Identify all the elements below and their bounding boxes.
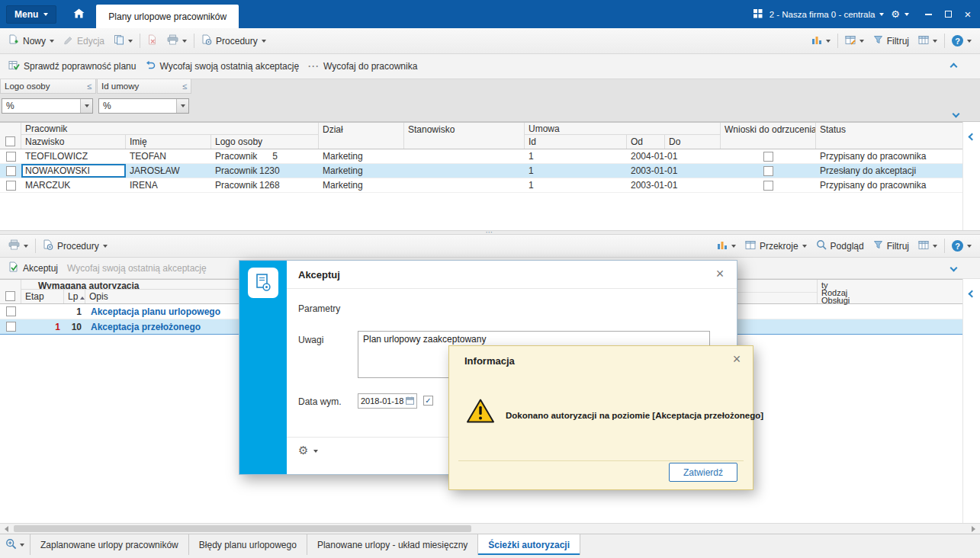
cell-stanowisko[interactable] — [404, 178, 525, 192]
row-checkbox[interactable] — [6, 306, 16, 316]
cell-logo-osoby[interactable]: Pracownik5 — [211, 149, 319, 163]
col-header-stanowisko[interactable]: Stanowisko — [404, 123, 525, 149]
filter-button[interactable]: Filtruj — [869, 32, 914, 50]
group-header-pracownik[interactable]: Pracownik — [21, 123, 319, 135]
tab-zaplanowane-urlopy[interactable]: Zaplanowane urlopy pracowników — [30, 534, 189, 555]
views-button[interactable] — [840, 32, 869, 50]
settings-menu[interactable]: ⚙ — [891, 9, 909, 19]
procedures-button[interactable]: Procedury — [38, 236, 112, 255]
copy-button[interactable] — [109, 31, 137, 50]
calendar-icon[interactable] — [406, 396, 414, 406]
row-checkbox[interactable] — [6, 166, 16, 176]
col-header-status[interactable]: Status — [816, 123, 962, 149]
cell-dzial[interactable]: Marketing — [319, 178, 404, 192]
undo-last-acceptance-button[interactable]: Wycofaj swoją ostatnią akceptację — [140, 57, 304, 75]
cell-umowa-od[interactable]: 2004-01-01 — [627, 149, 665, 163]
col-header-logo-osoby[interactable]: Logo osoby — [211, 135, 319, 149]
col-header-rodzaj-obslugi[interactable]: ty Rodzaj Obsługi — [818, 280, 962, 303]
filter-column-logo-osoby[interactable]: Logo osoby ≤ — [0, 79, 96, 94]
undo-last-acceptance-button-disabled[interactable]: Wycofaj swoją ostatnią akceptację — [63, 260, 211, 277]
employee-row[interactable]: TEOFILOWICZ TEOFAN Pracownik5 Marketing … — [0, 149, 962, 164]
cell-status[interactable]: Przypisany do pracownika — [816, 178, 962, 192]
chart-button[interactable] — [712, 237, 741, 255]
cell-imie[interactable]: TEOFAN — [126, 149, 211, 163]
row-checkbox[interactable] — [6, 152, 16, 162]
delete-button[interactable] — [143, 31, 162, 50]
filter-column-id-umowy[interactable]: Id umowy ≤ — [97, 79, 191, 94]
zatwierdz-button[interactable]: Zatwierdź — [669, 463, 737, 482]
dialog-settings-button[interactable]: ⚙ — [298, 445, 318, 457]
cell-nazwisko-focused[interactable]: NOWAKOWSKI — [21, 164, 126, 178]
tab-planowane-urlopy-miesieczny[interactable]: Planowane urlopy - układ miesięczny — [307, 534, 478, 555]
chart-button[interactable] — [807, 32, 835, 50]
close-icon[interactable]: × — [712, 265, 728, 282]
cell-status[interactable]: Przypisany do pracownika — [816, 149, 962, 163]
tab-bledy-planu[interactable]: Błędy planu urlopowego — [189, 534, 307, 555]
new-button[interactable]: Nowy — [4, 31, 59, 50]
scroll-right-button[interactable] — [967, 524, 980, 534]
accept-button[interactable]: Akceptuj — [4, 258, 63, 277]
cell-umowa-id[interactable]: 1 — [525, 164, 627, 178]
grid-layout-button[interactable] — [914, 32, 942, 50]
collapse-panel-left-button[interactable] — [968, 290, 975, 298]
combo-dropdown-button[interactable] — [176, 99, 188, 113]
procedures-button[interactable]: Procedury — [197, 31, 271, 50]
select-all-checkbox[interactable] — [5, 136, 15, 146]
cell-umowa-do[interactable] — [665, 178, 721, 192]
employee-row-selected[interactable]: NOWAKOWSKI JAROSŁAW Pracownik1230 Market… — [0, 164, 962, 178]
collapse-filter-panel-button[interactable] — [950, 63, 958, 70]
tab-sciezki-autoryzacji[interactable]: Ścieżki autoryzacji — [478, 534, 580, 555]
col-header-lp[interactable]: Lp — [64, 290, 85, 303]
cell-lp[interactable]: 10 — [64, 319, 85, 334]
col-header-etap[interactable]: Etap — [21, 290, 64, 303]
minimize-button[interactable] — [919, 5, 937, 24]
cell-opis[interactable]: Akceptacja przełożonego — [85, 319, 204, 334]
col-header-nazwisko[interactable]: Nazwisko — [21, 135, 126, 149]
filter-button[interactable]: Filtruj — [869, 237, 914, 255]
apps-grid-icon[interactable] — [753, 8, 763, 21]
cell-etap[interactable]: 1 — [21, 319, 64, 334]
select-all-cell[interactable] — [0, 123, 21, 149]
employee-row[interactable]: MARCZUK IRENA Pracownik1268 Marketing 1 … — [0, 178, 962, 193]
col-header-imie[interactable]: Imię — [126, 135, 211, 149]
select-all-checkbox[interactable] — [5, 291, 15, 301]
cell-umowa-do[interactable] — [665, 164, 721, 178]
logo-filter-combobox[interactable]: % — [2, 98, 93, 114]
check-plan-button[interactable]: Sprawdź poprawność planu — [4, 57, 140, 76]
col-header-od[interactable]: Od — [627, 135, 665, 149]
undo-to-employee-button[interactable]: ··· Wycofaj do pracownika — [304, 58, 422, 75]
close-icon[interactable]: × — [728, 351, 745, 367]
expand-panel-button[interactable] — [950, 265, 958, 272]
document-tab[interactable]: Plany urlopowe pracowników — [96, 5, 239, 28]
cell-logo-osoby[interactable]: Pracownik1230 — [211, 164, 319, 178]
cell-umowa-od[interactable]: 2003-01-01 — [627, 178, 665, 192]
cell-opis[interactable]: Akceptacja planu urlopowego — [85, 304, 224, 319]
wnioski-checkbox[interactable] — [763, 152, 773, 162]
collapse-panel-left-button[interactable] — [968, 133, 975, 141]
cell-umowa-do[interactable] — [665, 149, 721, 163]
cell-lp[interactable]: 1 — [64, 304, 85, 319]
sections-button[interactable]: Przekroje — [741, 237, 811, 255]
cell-umowa-id[interactable]: 1 — [525, 178, 627, 192]
menu-button[interactable]: Menu — [6, 5, 56, 24]
edit-button[interactable]: Edycja — [59, 32, 109, 50]
cell-status[interactable]: Przesłany do akceptacji — [816, 164, 962, 178]
preview-button[interactable]: Podgląd — [811, 236, 869, 255]
row-checkbox[interactable] — [6, 322, 16, 332]
cell-stanowisko[interactable] — [404, 164, 525, 178]
print-button[interactable] — [162, 31, 191, 50]
col-header-wnioski[interactable]: Wnioski do odrzucenia — [721, 123, 816, 149]
cell-dzial[interactable]: Marketing — [319, 164, 404, 178]
close-button[interactable]: × — [959, 5, 977, 24]
col-header-dzial[interactable]: Dział — [319, 123, 404, 149]
filter-operator-icon[interactable]: ≤ — [182, 82, 187, 91]
help-button[interactable]: ? — [947, 237, 976, 255]
date-field[interactable]: 2018-01-18 — [358, 393, 417, 409]
col-header-id[interactable]: Id — [525, 135, 627, 149]
umowa-filter-combobox[interactable]: % — [98, 98, 189, 114]
grid-layout-button[interactable] — [914, 237, 942, 255]
maximize-button[interactable] — [939, 5, 957, 24]
wnioski-checkbox[interactable] — [763, 181, 773, 191]
cell-etap[interactable] — [21, 304, 64, 319]
cell-nazwisko[interactable]: TEOFILOWICZ — [21, 149, 126, 163]
